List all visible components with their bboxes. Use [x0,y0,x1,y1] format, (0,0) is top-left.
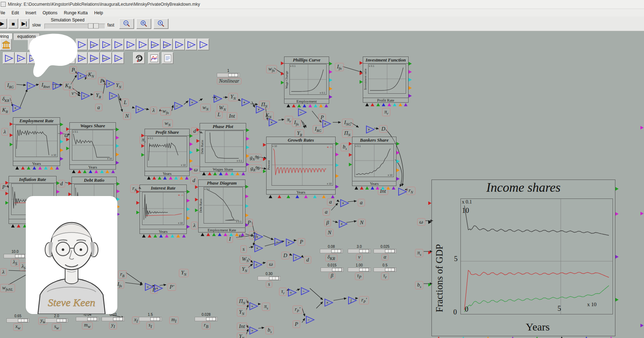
variable-K_R[interactable]: KR [0,106,10,114]
slider-variable[interactable]: mw [82,322,93,329]
variable-Y_N[interactable]: YN [237,333,247,338]
variable-W_N[interactable]: WN [240,255,251,264]
variable-I_fn[interactable]: Ifn [292,119,301,127]
plot-interest[interactable]: Interest RateYearsx 10= ∴ [140,185,187,234]
variable-L[interactable]: L [215,111,223,118]
op-÷[interactable]: ÷ [145,283,154,291]
op-×[interactable]: × [268,118,278,127]
variable-x_s[interactable]: πs [262,303,270,311]
plot-wages[interactable]: Wages ShareYearsx 0.1x 10 [69,122,116,170]
variable-Y_N[interactable]: YN [240,265,249,274]
variable-Y_N[interactable]: YN [228,93,238,101]
palette-op2-3-button[interactable]: sin [39,52,51,64]
variable-d[interactable]: d [304,256,311,264]
menu-options[interactable]: Options [39,10,60,16]
palette-op-6-button[interactable]: min [149,39,161,50]
variable-P[interactable]: P [293,320,300,328]
slider-λS[interactable]: 10.0λS [4,250,26,266]
palette-op2-6-button[interactable]: sinh [76,52,88,64]
slider-variable[interactable]: Nonlinear [217,78,241,84]
slider-xw[interactable]: 0.65xw [6,314,29,331]
op-÷[interactable]: ÷ [253,260,263,269]
stop-button[interactable]: ■ [8,19,18,29]
variable-g_R[interactable]: gR% [248,165,262,173]
variable-P[interactable]: P′ [167,283,176,291]
slider-groove[interactable] [195,317,218,321]
plot-phase-diagram[interactable]: Phase DiagramDebt RatioEmployment Ratex … [198,180,245,232]
plot-phase-plot[interactable]: Phase PlotDebt RatioWages Sharex 0.1 [200,123,246,172]
op-×[interactable]: × [338,220,348,228]
variable-a[interactable]: a [358,199,365,206]
variable-b_s[interactable]: bs [415,281,423,289]
slider-variable[interactable]: xw [13,323,23,331]
op-node[interactable] [398,187,407,196]
variable-K_N[interactable]: KN [86,71,96,79]
slider-yI[interactable]: 0.03yI [102,313,125,329]
op-×[interactable]: × [366,125,375,134]
palette-sketch-button[interactable] [162,52,174,64]
zoom-reset-button[interactable] [153,19,169,29]
plot-employment[interactable]: Employment RateYearsx 10 [13,117,60,166]
variable-P[interactable]: P [98,77,106,85]
slider-α[interactable]: 0.025α [374,245,396,260]
slider-groove[interactable] [45,318,68,323]
variable-x_N[interactable]: ΠN [342,129,353,138]
variable-P[interactable]: P [69,66,77,74]
variable-x_KR[interactable]: δKR [0,95,11,103]
zoom-out-button[interactable] [119,19,134,29]
variable-b_s[interactable]: bs [341,143,349,151]
op-−[interactable]: − [274,237,283,246]
slider-variable[interactable]: yI [109,322,117,329]
variable-Int[interactable]: Int [227,112,237,120]
op-÷[interactable]: ÷ [293,253,302,262]
plot-phillips[interactable]: Phillips CurveWage ChangeEmploymentx 0.1… [284,57,329,104]
op-+[interactable]: + [322,119,331,128]
variable-Y_N[interactable]: YN [114,82,123,90]
variable-x[interactable]: β [324,219,331,226]
variable-N[interactable]: N [326,229,333,236]
op-×[interactable]: × [254,244,263,253]
op-×[interactable]: × [12,104,21,112]
palette-op2-8-button[interactable]: tanh [100,52,112,64]
slider-variable[interactable]: τr [381,273,389,280]
zoom-in-button[interactable] [136,19,151,29]
plot-profit[interactable]: Profit ShareYearsx 0.1x 10 [145,129,190,176]
op-+[interactable]: + [241,98,250,107]
slider-groove[interactable] [374,268,396,272]
op-÷[interactable]: ÷ [109,92,118,100]
palette-plot-widget-button[interactable] [148,52,160,64]
variable-g_N[interactable]: gN% [248,154,262,162]
title-bar[interactable]: Minsky: E:\Documents\Kingston\PublicRela… [0,0,644,9]
variable-I_RG[interactable]: IRG [5,82,16,90]
variable-x_r[interactable]: τr [279,288,287,296]
palette-bank-button[interactable] [0,39,12,50]
slider-rB[interactable]: 0.028rB [195,313,218,329]
plot-growth[interactable]: Growth RatesPercentYearsx 10x 10= ∴ [266,137,336,195]
variable-P[interactable]: P [0,183,8,191]
slider-sw[interactable]: 2.0sw [45,314,68,331]
variable-w_fnNL[interactable]: wfnNL [0,284,15,292]
palette-op-4-button[interactable]: ≤ [125,39,136,50]
op-×[interactable]: × [340,199,349,207]
palette-op-0-button[interactable]: ÷ [76,39,88,50]
speed-handle[interactable] [88,23,99,29]
slider-mw[interactable]: -0.04mw [76,313,99,329]
palette-op2-0-button[interactable]: √ [3,52,15,64]
slider-β[interactable]: 0.015β [321,263,343,279]
plot-bankers[interactable]: Bankers ShareYearsx 0.1x 10 [352,137,396,186]
op-÷[interactable]: ÷ [249,326,258,335]
op-−[interactable]: − [298,108,307,117]
variable-r_P[interactable]: rP′ [293,305,302,314]
slider-variable[interactable]: β [329,273,336,279]
slider-variable[interactable]: s [266,281,272,288]
op-÷[interactable]: ÷ [189,98,198,107]
slider-variable[interactable]: sI [146,322,154,329]
run-button[interactable]: ▶ [0,19,7,29]
variable-Y_R[interactable]: YR [94,92,103,100]
variable-d[interactable]: d [190,177,197,184]
op-×[interactable]: × [255,105,265,114]
variable-x[interactable]: ω [192,166,200,173]
palette-op-1-button[interactable]: log [88,39,100,50]
slider-variable[interactable]: τP [355,273,364,280]
menu-edit[interactable]: Edit [8,10,22,16]
